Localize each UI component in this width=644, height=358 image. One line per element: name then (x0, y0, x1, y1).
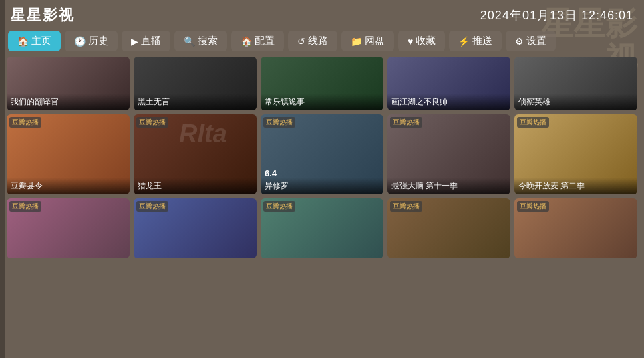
card-r3c2-badge: 豆瓣热播 (136, 201, 168, 212)
nav-settings-label: 设置 (526, 35, 546, 47)
row2: 豆瓣热播 豆瓣县令 豆瓣热播 猎龙王 豆瓣热播 6.4 异修罗 豆瓣热播 最强大… (7, 114, 637, 194)
card-r2c2-label: 猎龙王 (134, 178, 257, 194)
card-r2c2[interactable]: 豆瓣热播 猎龙王 (134, 114, 257, 194)
nav-favorite-label: 收藏 (416, 35, 436, 47)
nav-search-label: 搜索 (198, 35, 218, 47)
nav-push-label: 推送 (472, 35, 492, 47)
nav-live-label: 直播 (141, 35, 161, 47)
card-r1c3-label: 常乐镇诡事 (261, 94, 383, 110)
card-r2c4[interactable]: 豆瓣热播 最强大脑 第十一季 (387, 114, 510, 194)
navbar: 🏠 主页 🕐 历史 ▶ 直播 🔍 搜索 🏠 配置 ↺ 线路 📁 网盘 ♥ 收藏 … (0, 28, 644, 57)
search-icon: 🔍 (184, 36, 195, 47)
nav-history[interactable]: 🕐 历史 (65, 31, 118, 51)
card-r3c5[interactable]: 豆瓣热播 (514, 198, 637, 258)
nav-cloud-label: 网盘 (365, 35, 385, 47)
card-r2c1-label: 豆瓣县令 (7, 178, 130, 194)
card-r1c5[interactable]: 侦察英雄 (514, 57, 637, 110)
nav-history-label: 历史 (88, 35, 108, 47)
nav-favorite[interactable]: ♥ 收藏 (398, 31, 445, 51)
nav-live[interactable]: ▶ 直播 (122, 31, 170, 51)
card-r1c2[interactable]: 黑土无言 (134, 57, 257, 110)
card-r1c4-label: 画江湖之不良帅 (387, 94, 510, 110)
card-r3c4[interactable]: 豆瓣热播 (387, 198, 510, 258)
card-r3c3-badge: 豆瓣热播 (263, 201, 295, 212)
card-r2c1[interactable]: 豆瓣热播 豆瓣县令 (7, 114, 130, 194)
card-r2c3[interactable]: 豆瓣热播 6.4 异修罗 (261, 114, 383, 194)
config-icon: 🏠 (240, 36, 252, 47)
nav-home[interactable]: 🏠 主页 (8, 31, 61, 51)
card-r2c5-label: 今晚开放麦 第二季 (514, 178, 637, 194)
push-icon: ⚡ (458, 36, 470, 47)
row1: 我们的翻译官 黑土无言 常乐镇诡事 画江湖之不良帅 侦察英雄 (7, 57, 637, 110)
card-r2c3-badge: 豆瓣热播 (263, 117, 295, 128)
card-r1c5-label: 侦察英雄 (514, 94, 637, 110)
card-r3c1-badge: 豆瓣热播 (9, 201, 41, 212)
card-r2c3-score: 6.4 (265, 168, 277, 178)
card-r3c3[interactable]: 豆瓣热播 (261, 198, 383, 258)
card-r1c1[interactable]: 我们的翻译官 (7, 57, 130, 110)
live-icon: ▶ (131, 36, 138, 47)
nav-home-label: 主页 (31, 35, 51, 47)
settings-icon: ⚙ (515, 36, 524, 47)
content-area: 我们的翻译官 黑土无言 常乐镇诡事 画江湖之不良帅 侦察英雄 豆瓣热播 豆瓣县令… (0, 57, 644, 258)
route-icon: ↺ (297, 36, 305, 47)
card-r3c4-badge: 豆瓣热播 (390, 201, 422, 212)
card-r2c2-badge: 豆瓣热播 (136, 117, 168, 128)
nav-route-label: 线路 (308, 35, 328, 47)
card-r1c1-label: 我们的翻译官 (7, 94, 130, 110)
home-icon: 🏠 (17, 36, 29, 47)
card-r2c5-badge: 豆瓣热播 (517, 117, 549, 128)
header: 星星影视 2024年01月13日 12:46:01 (0, 0, 644, 28)
card-r2c4-badge: 豆瓣热播 (390, 117, 422, 128)
history-icon: 🕐 (74, 36, 86, 47)
app-title: 星星影视 (11, 5, 75, 25)
nav-cloud[interactable]: 📁 网盘 (341, 31, 394, 51)
cloud-icon: 📁 (351, 36, 362, 47)
card-r2c3-label: 异修罗 (261, 178, 383, 194)
card-r2c5[interactable]: 豆瓣热播 今晚开放麦 第二季 (514, 114, 637, 194)
card-r2c4-label: 最强大脑 第十一季 (387, 178, 510, 194)
nav-config-label: 配置 (255, 35, 275, 47)
left-edge (0, 0, 5, 358)
card-r2c1-badge: 豆瓣热播 (9, 117, 41, 128)
nav-settings[interactable]: ⚙ 设置 (506, 31, 556, 51)
card-r3c5-badge: 豆瓣热播 (517, 201, 549, 212)
nav-search[interactable]: 🔍 搜索 (174, 31, 227, 51)
nav-route[interactable]: ↺ 线路 (288, 31, 337, 51)
card-r1c4[interactable]: 画江湖之不良帅 (387, 57, 510, 110)
datetime: 2024年01月13日 12:46:01 (480, 7, 633, 23)
nav-push[interactable]: ⚡ 推送 (449, 31, 502, 51)
card-r1c3[interactable]: 常乐镇诡事 (261, 57, 383, 110)
card-r3c2[interactable]: 豆瓣热播 (134, 198, 257, 258)
favorite-icon: ♥ (408, 36, 413, 47)
nav-config[interactable]: 🏠 配置 (231, 31, 284, 51)
card-r1c2-label: 黑土无言 (134, 94, 257, 110)
card-r3c1[interactable]: 豆瓣热播 (7, 198, 130, 258)
row3: 豆瓣热播 豆瓣热播 豆瓣热播 豆瓣热播 豆瓣热播 (7, 198, 637, 258)
